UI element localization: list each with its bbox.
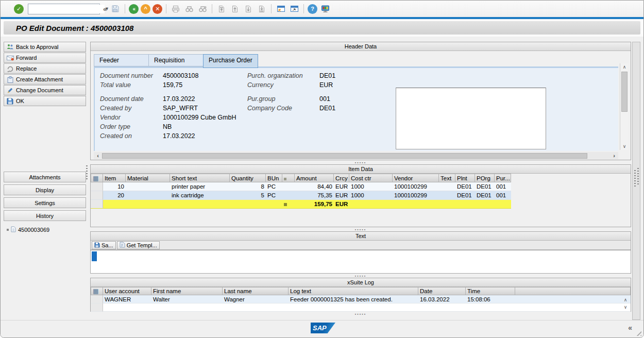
collapse-statusbar-icon[interactable]: «	[628, 324, 632, 332]
settings-button[interactable]: Settings	[4, 197, 86, 208]
col-plnt[interactable]: Plnt	[455, 174, 475, 182]
section-splitter[interactable]: ▪▪▪▪▪	[90, 160, 631, 164]
create-shortcut-icon[interactable]	[289, 3, 300, 14]
row-selector[interactable]	[91, 182, 103, 191]
tab-purchase-order[interactable]: Purchase Order	[203, 54, 258, 68]
scrollbar-thumb[interactable]	[102, 153, 587, 159]
forward-button[interactable]: Forward	[4, 53, 86, 63]
display-button[interactable]: Display	[4, 184, 86, 195]
divider	[303, 4, 304, 13]
col-log-text[interactable]: Log text	[289, 287, 418, 295]
item-total-row[interactable]: 159,75 EUR	[91, 200, 511, 209]
people-icon	[6, 44, 14, 50]
col-crcy[interactable]: Crcy	[334, 174, 349, 182]
log-vertical-scrollbar[interactable]: ∧ ∨	[621, 296, 630, 313]
col-amount[interactable]: Amount	[295, 174, 334, 182]
customize-layout-icon[interactable]	[319, 3, 331, 14]
row-selector[interactable]	[91, 191, 103, 200]
sap-window: ✓ ▼ « « ^ ✕	[0, 0, 644, 338]
col-quantity[interactable]: Quantity	[230, 174, 266, 182]
scroll-down-icon[interactable]: ∨	[621, 303, 630, 311]
help-icon[interactable]: ?	[308, 4, 317, 14]
enter-icon[interactable]: ✓	[14, 4, 24, 14]
save-text-button[interactable]: Sa...	[92, 241, 116, 249]
tab-feeder[interactable]: Feeder	[94, 54, 148, 66]
content-area: Back to Approval Forward Replace Create …	[1, 37, 643, 320]
col-time[interactable]: Time	[466, 287, 515, 295]
section-splitter[interactable]: ▪▪▪▪▪	[90, 227, 631, 231]
scroll-up-icon[interactable]: ∧	[621, 296, 630, 303]
back-to-approval-button[interactable]: Back to Approval	[4, 42, 86, 52]
header-note-textarea[interactable]	[396, 88, 546, 149]
next-page-icon[interactable]	[243, 3, 254, 14]
header-horizontal-scrollbar[interactable]: ‹ ›	[94, 152, 618, 159]
cancel-icon[interactable]: ✕	[152, 4, 162, 14]
create-attachment-button[interactable]: Create Attachment	[4, 74, 86, 84]
scroll-right-icon[interactable]: ›	[610, 153, 618, 159]
back-icon[interactable]: «	[129, 4, 139, 14]
col-sum-indicator[interactable]	[282, 174, 295, 182]
log-row-wagner[interactable]: WAGNER Walter Wagner Feeder 0000001325 h…	[91, 295, 631, 303]
forward-icon	[6, 55, 14, 61]
col-porg[interactable]: POrg	[475, 174, 495, 182]
find-icon[interactable]	[183, 3, 195, 14]
command-input[interactable]	[28, 5, 105, 13]
cell-amount: 75,35	[295, 191, 334, 200]
field-value: 17.03.2022	[163, 132, 195, 140]
col-first-name[interactable]: First name	[151, 287, 223, 295]
splitter-grip[interactable]	[634, 170, 636, 188]
get-template-button[interactable]: Get Templ...	[117, 241, 160, 249]
col-date[interactable]: Date	[418, 287, 466, 295]
row-selector[interactable]	[91, 303, 103, 312]
table-settings-button[interactable]: ▦	[91, 287, 103, 295]
item-row-20[interactable]: 20 ink cartridge 5 PC 75,35 EUR 1000 100…	[91, 191, 511, 200]
cell-bun: PC	[266, 182, 282, 191]
history-item-4500003069[interactable]: 4500003069	[4, 226, 86, 233]
exit-icon[interactable]: ^	[141, 4, 150, 14]
command-field[interactable]: ▼	[28, 4, 100, 14]
col-last-name[interactable]: Last name	[223, 287, 289, 295]
item-row-10[interactable]: 10 printer paper 8 PC 84,40 EUR 1000 100…	[91, 182, 511, 191]
find-next-icon[interactable]	[197, 3, 208, 14]
splitter-grip[interactable]	[637, 168, 639, 185]
col-text[interactable]: Text	[439, 174, 455, 182]
scroll-down-icon[interactable]: ∨	[620, 143, 629, 150]
item-table-header-row: ▦ Item Material Short text Quantity BUn …	[91, 174, 511, 182]
replace-button[interactable]: Replace	[4, 63, 86, 74]
collapse-command-icon[interactable]: «	[102, 5, 108, 13]
field-label: Document date	[100, 95, 144, 103]
scroll-left-icon[interactable]: ‹	[94, 153, 102, 159]
section-splitter[interactable]: ▪▪▪▪▪	[90, 274, 631, 278]
button-label: Back to Approval	[16, 44, 59, 50]
change-document-button[interactable]: Change Document	[4, 85, 86, 95]
attachments-button[interactable]: Attachments	[4, 172, 86, 182]
resize-grip[interactable]	[635, 329, 641, 336]
ok-button[interactable]: OK	[4, 96, 86, 106]
table-settings-button[interactable]: ▦	[91, 174, 103, 182]
col-material[interactable]: Material	[126, 174, 170, 182]
scroll-up-icon[interactable]: ∧	[620, 63, 629, 71]
col-cost-ctr[interactable]: Cost ctr	[349, 174, 393, 182]
col-bun[interactable]: BUn	[266, 174, 282, 182]
save-icon[interactable]	[110, 3, 121, 14]
col-pur[interactable]: Pur...	[495, 174, 511, 182]
splitter-grip[interactable]	[86, 165, 88, 181]
col-vendor[interactable]: Vendor	[393, 174, 439, 182]
print-icon[interactable]	[170, 3, 181, 14]
row-selector[interactable]	[91, 295, 103, 303]
header-vertical-scrollbar[interactable]: ∧ ∨	[620, 63, 629, 150]
text-editor[interactable]	[91, 250, 631, 273]
scrollbar-thumb[interactable]	[621, 72, 628, 112]
last-page-icon[interactable]	[256, 3, 267, 14]
history-button[interactable]: History	[4, 210, 86, 221]
new-session-icon[interactable]	[275, 3, 286, 14]
previous-page-icon[interactable]	[229, 3, 241, 14]
tab-requisition[interactable]: Requisition	[148, 54, 203, 66]
col-user-account[interactable]: User account	[103, 287, 151, 295]
section-splitter[interactable]: ▪▪▪▪▪	[90, 312, 631, 316]
col-short-text[interactable]: Short text	[170, 174, 230, 182]
col-item[interactable]: Item	[103, 174, 126, 182]
sap-logo: SAP	[311, 323, 335, 333]
row-selector[interactable]	[91, 200, 103, 209]
first-page-icon[interactable]	[216, 3, 227, 14]
